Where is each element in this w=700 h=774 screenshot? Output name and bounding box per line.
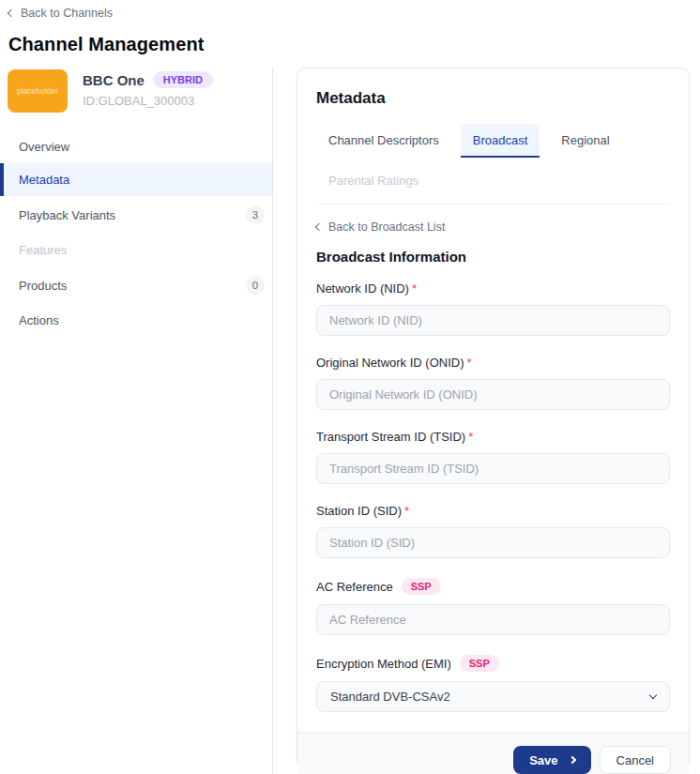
section-title: Broadcast Information (316, 249, 670, 265)
sidebar-item-label: Actions (19, 313, 59, 327)
page-title: Channel Management (8, 34, 700, 55)
chevron-left-icon (8, 9, 15, 17)
channel-type-badge: HYBRID (153, 71, 213, 88)
sidebar-item-metadata[interactable]: Metadata (0, 163, 272, 196)
count-badge: 0 (246, 276, 265, 295)
card-body: Metadata Channel DescriptorsBroadcastReg… (297, 68, 689, 732)
ac-reference-input[interactable] (316, 604, 670, 635)
channel-id: ID:GLOBAL_300003 (83, 94, 213, 108)
sidebar-item-playback-variants[interactable]: Playback Variants3 (0, 196, 272, 234)
sidebar-nav: OverviewMetadataPlayback Variants3Featur… (0, 130, 272, 337)
sidebar-item-label: Products (19, 279, 67, 293)
station-id-label: Station ID (SID) (316, 504, 402, 518)
chevron-right-icon (568, 756, 575, 764)
sidebar-item-products[interactable]: Products0 (0, 266, 272, 304)
sidebar-item-label: Overview (19, 140, 69, 154)
count-badge: 3 (246, 205, 265, 224)
sidebar: placeholder BBC One HYBRID ID:GLOBAL_300… (0, 68, 273, 774)
tab-broadcast[interactable]: Broadcast (461, 124, 540, 158)
station-id-field-group: Station ID (SID)* (316, 504, 670, 558)
channel-meta: BBC One HYBRID ID:GLOBAL_300003 (83, 69, 213, 113)
encryption-method-select[interactable]: Standard DVB-CSAv2 (316, 681, 670, 712)
ac-reference-label: AC Reference (316, 580, 393, 594)
transport-stream-id-label: Transport Stream ID (TSID) (316, 430, 465, 444)
transport-stream-id-input[interactable] (316, 453, 670, 484)
layout: placeholder BBC One HYBRID ID:GLOBAL_300… (0, 68, 700, 774)
chevron-left-icon (315, 223, 323, 231)
tab-regional[interactable]: Regional (549, 124, 621, 158)
back-to-channels-label: Back to Channels (21, 7, 113, 20)
station-id-input[interactable] (316, 527, 670, 558)
cancel-button[interactable]: Cancel (600, 746, 671, 774)
sidebar-item-overview[interactable]: Overview (0, 130, 272, 163)
save-button-label: Save (529, 753, 557, 767)
channel-logo-placeholder-text: placeholder (17, 86, 58, 96)
sidebar-item-label: Metadata (19, 173, 69, 187)
original-network-id-input[interactable] (316, 379, 670, 410)
sidebar-item-label: Features (19, 243, 67, 257)
card-footer: Save Cancel (297, 732, 689, 774)
transport-stream-id-field-group: Transport Stream ID (TSID)* (316, 430, 670, 484)
original-network-id-field-group: Original Network ID (ONID)* (316, 356, 670, 410)
tab-channel-descriptors[interactable]: Channel Descriptors (316, 124, 451, 158)
required-asterisk: * (412, 281, 417, 296)
network-id-field-group: Network ID (NID)* (316, 281, 670, 336)
sidebar-item-features: Features (0, 234, 272, 266)
channel-header: placeholder BBC One HYBRID ID:GLOBAL_300… (0, 68, 272, 113)
sidebar-item-label: Playback Variants (19, 208, 115, 222)
original-network-id-label: Original Network ID (ONID) (316, 356, 464, 370)
back-to-channels-link[interactable]: Back to Channels (8, 7, 113, 20)
channel-logo: placeholder (8, 69, 68, 113)
broadcast-form: Network ID (NID)*Original Network ID (ON… (316, 281, 670, 712)
ssp-badge: SSP (460, 655, 499, 672)
encryption-method-field-group: Encryption Method (EMI)SSPStandard DVB-C… (316, 655, 670, 712)
back-to-broadcast-list-label: Back to Broadcast List (328, 220, 445, 234)
metadata-tabs: Channel DescriptorsBroadcastRegionalPare… (316, 124, 670, 205)
required-asterisk: * (468, 430, 473, 444)
required-asterisk: * (466, 356, 471, 370)
chevron-down-icon (649, 691, 657, 699)
ac-reference-field-group: AC ReferenceSSP (316, 578, 670, 635)
network-id-input[interactable] (316, 305, 670, 336)
panel-title: Metadata (316, 89, 670, 108)
back-to-broadcast-list-link[interactable]: Back to Broadcast List (316, 220, 445, 234)
tab-parental-ratings: Parental Ratings (316, 164, 431, 198)
metadata-card: Metadata Channel DescriptorsBroadcastReg… (297, 68, 690, 769)
required-asterisk: * (404, 504, 409, 518)
main-area: Metadata Channel DescriptorsBroadcastReg… (273, 68, 700, 774)
sidebar-item-actions[interactable]: Actions (0, 304, 272, 337)
save-button[interactable]: Save (513, 746, 590, 774)
encryption-method-selected-value: Standard DVB-CSAv2 (330, 690, 450, 704)
channel-name: BBC One (83, 72, 145, 88)
ssp-badge: SSP (402, 578, 441, 595)
encryption-method-label: Encryption Method (EMI) (316, 657, 451, 671)
network-id-label: Network ID (NID) (316, 281, 409, 296)
